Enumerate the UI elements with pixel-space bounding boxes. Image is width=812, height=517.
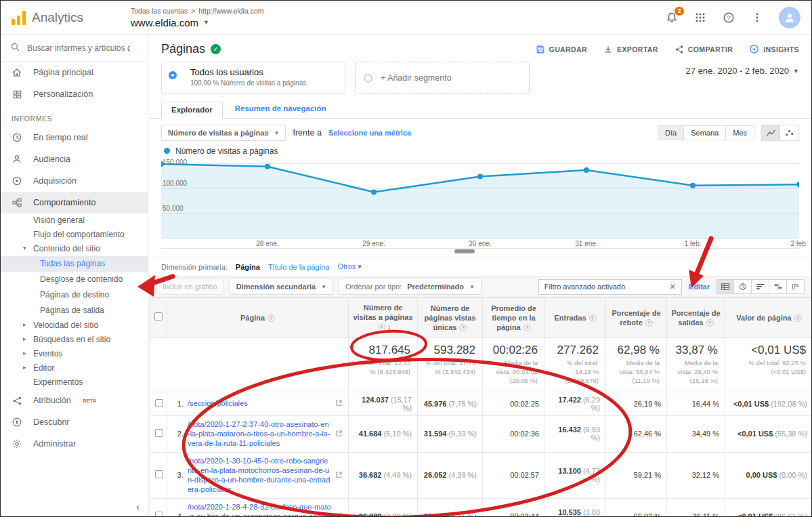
open-page-icon[interactable] [335,430,343,438]
open-page-icon[interactable] [335,399,343,408]
tab-resumen-navegacion[interactable]: Resumen de navegación [235,104,326,118]
secondary-dimension-dropdown[interactable]: Dimensión secundaria ▼ [230,278,333,295]
sidebar-item-contenido-sitio[interactable]: ▾Contenido del sitio [1,242,148,256]
help-icon[interactable]: ? [706,319,714,327]
sidebar-item-acquisition[interactable]: Adquisición [1,170,148,192]
breadcrumb-accounts[interactable]: Todas las cuentas [131,7,188,15]
clear-filter-icon[interactable]: ✕ [670,283,676,291]
collapse-sidebar-icon[interactable]: ‹ [136,501,140,512]
page-link[interactable]: /nota/2020-1-27-2-37-40-otro-asesinato-e… [188,419,331,449]
sidebar-item-flujo-comportamiento[interactable]: Flujo del comportamiento [1,228,148,242]
sidebar-item-paginas-salida[interactable]: Páginas de salida [1,303,148,318]
customization-icon [12,89,22,100]
granularity-month-button[interactable]: Mes [726,125,754,140]
help-icon[interactable]: ? [722,11,735,24]
column-header-salidas[interactable]: Porcentaje de salidas? [667,298,725,338]
row-checkbox[interactable] [155,512,163,516]
sidebar-item-realtime[interactable]: En tiempo real [1,127,148,148]
select-metric-link[interactable]: Seleccione una métrica [328,129,411,137]
motion-chart-view-button[interactable] [780,125,799,141]
analytics-logo-icon[interactable] [12,10,26,25]
chart-timeline-track[interactable] [161,249,799,254]
help-icon[interactable]: ? [589,314,597,322]
sidebar-item-audience[interactable]: Audiencia [1,148,148,170]
column-header-entradas[interactable]: Entradas? [545,298,606,338]
percentage-view-button[interactable] [734,279,752,294]
timeline-scrubber-handle[interactable] [454,249,475,253]
sidebar-item-eventos[interactable]: ▸Eventos [1,347,148,361]
help-icon[interactable]: ? [523,324,531,331]
column-header-tiempo[interactable]: Promedio de tiempo en la página? [483,298,545,338]
notifications-bell-icon[interactable]: 2 [665,11,679,24]
traffic-line-chart[interactable]: 50.000100.000150.000 28 ene.29 ene.30 en… [161,159,799,254]
row-checkbox[interactable] [155,470,163,478]
sidebar-item-desglose-contenido[interactable]: Desglose de contenido [1,272,148,287]
granularity-day-button[interactable]: Día [658,125,684,140]
help-icon[interactable]: ? [645,319,653,327]
sidebar-item-attribution[interactable]: Atribución BETA [1,390,148,411]
sidebar-item-home[interactable]: Página principal [1,62,148,83]
search-input[interactable] [27,43,130,53]
data-table-view-button[interactable] [717,279,734,294]
sidebar-item-behavior[interactable]: Comportamiento [1,192,148,213]
sidebar-item-discover[interactable]: Descubrir [1,411,148,433]
segment-radio-icon[interactable] [169,71,177,79]
sidebar-item-busquedas-sitio[interactable]: ▸Búsquedas en el sitio [1,333,148,347]
row-checkbox[interactable] [155,429,163,437]
sidebar-search[interactable] [1,35,148,62]
date-range-picker[interactable]: 27 ene. 2020 - 2 feb. 2020 ▼ [686,62,799,76]
user-avatar[interactable] [779,7,800,28]
granularity-week-button[interactable]: Semana [684,125,726,140]
plot-rows-button[interactable]: Incluir en gráfico [156,278,224,295]
breadcrumb-property[interactable]: http://www.eldia.com [198,7,263,15]
help-icon[interactable]: ? [268,314,275,322]
sidebar-item-admin[interactable]: Administrar [1,433,148,455]
dimension-otros[interactable]: Otros ▾ [337,262,361,271]
insights-button[interactable]: INSIGHTS [749,44,799,54]
share-button[interactable]: COMPARTIR [675,45,733,54]
select-all-checkbox[interactable] [154,312,163,320]
column-header-vistas-unicas[interactable]: Número de páginas vistas únicas? [418,298,483,338]
help-icon[interactable]: ? [794,314,802,322]
sidebar-item-paginas-destino[interactable]: Páginas de destino [1,287,148,303]
advanced-filter-chip[interactable]: Filtro avanzado activado ✕ [538,279,682,295]
sort-desc-icon[interactable]: ↓ [387,323,391,332]
column-header-rebote[interactable]: Porcentaje de rebote? [606,298,667,338]
performance-view-button[interactable] [752,279,769,294]
column-header-visitas[interactable]: Número de visitas a páginas?↓ [349,298,418,338]
metric-selector[interactable]: Número de visitas a páginas ▼ [161,125,286,141]
help-icon[interactable]: ? [459,324,467,331]
row-checkbox[interactable] [155,399,163,407]
page-link[interactable]: /seccion/policiales [188,398,331,408]
sidebar-item-velocidad-sitio[interactable]: ▸Velocidad del sitio [1,318,148,333]
sidebar-item-experimentos[interactable]: Experimentos [1,375,148,390]
comparison-view-button[interactable] [769,279,787,294]
sort-type-dropdown[interactable]: Ordenar por tipo: Predeterminado ▼ [339,278,482,295]
edit-filter-link[interactable]: Editar [689,283,710,291]
apps-grid-icon[interactable] [693,11,707,24]
tab-explorador[interactable]: Explorador [161,102,223,119]
sidebar-item-todas-las-paginas[interactable]: Todas las páginas [1,256,148,272]
page-link[interactable]: /nota/2020-1-28-4-28-32-confeso-que-mato… [188,502,331,516]
dimension-pagina[interactable]: Página [236,263,260,271]
add-segment-button[interactable]: + Añadir segmento [355,62,530,94]
chart-plot-area[interactable] [161,159,799,239]
open-page-icon[interactable] [335,512,343,516]
segment-all-users[interactable]: Todos los usuarios 100,00 % Número de vi… [161,62,345,94]
breadcrumb[interactable]: Todas las cuentas > http://www.eldia.com [131,7,264,15]
dimension-titulo-pagina[interactable]: Título de la página [268,263,330,271]
column-header-pagina[interactable]: Página? [167,298,349,338]
sidebar-item-editor[interactable]: ▸Editor [1,361,148,375]
page-link[interactable]: /nota/2020-1-30-10-45-0-otro-robo-sangri… [188,456,331,495]
export-button[interactable]: EXPORTAR [603,45,658,54]
sidebar-item-vision-general[interactable]: Visión general [1,213,148,228]
save-button[interactable]: GUARDAR [536,45,587,54]
open-page-icon[interactable] [335,471,343,480]
pivot-view-button[interactable] [787,279,805,294]
sidebar-item-customization[interactable]: Personalización [1,83,148,105]
column-header-valor[interactable]: Valor de página? [725,298,812,338]
help-icon[interactable]: ? [378,324,385,331]
more-options-icon[interactable] [750,11,764,24]
property-selector[interactable]: www.eldia.com ▼ [131,17,264,28]
line-chart-view-button[interactable] [761,125,780,141]
